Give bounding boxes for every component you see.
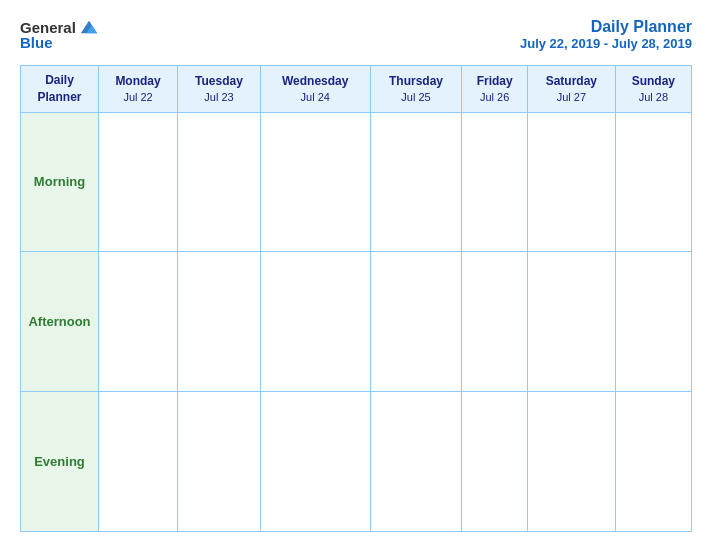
header-monday: Monday Jul 22 xyxy=(99,66,178,113)
cell-afternoon-tuesday[interactable] xyxy=(178,252,261,392)
table-header-row: Daily Planner Monday Jul 22 Tuesday Jul … xyxy=(21,66,692,113)
cell-afternoon-thursday[interactable] xyxy=(370,252,462,392)
row-label-morning: Morning xyxy=(21,112,99,252)
cell-morning-saturday[interactable] xyxy=(527,112,615,252)
header-wednesday: Wednesday Jul 24 xyxy=(260,66,370,113)
planner-table: Daily Planner Monday Jul 22 Tuesday Jul … xyxy=(20,65,692,532)
page: General Blue Daily Planner July 22, 2019… xyxy=(0,0,712,550)
header-thursday: Thursday Jul 25 xyxy=(370,66,462,113)
page-title: Daily Planner xyxy=(520,18,692,36)
logo-general-text: General xyxy=(20,19,76,36)
cell-morning-friday[interactable] xyxy=(462,112,528,252)
date-range: July 22, 2019 - July 28, 2019 xyxy=(520,36,692,51)
header-col-label2: Planner xyxy=(25,89,94,106)
cell-evening-wednesday[interactable] xyxy=(260,392,370,532)
header: General Blue Daily Planner July 22, 2019… xyxy=(20,18,692,51)
cell-evening-thursday[interactable] xyxy=(370,392,462,532)
cell-afternoon-friday[interactable] xyxy=(462,252,528,392)
cell-afternoon-sunday[interactable] xyxy=(615,252,691,392)
cell-morning-sunday[interactable] xyxy=(615,112,691,252)
header-label-col: Daily Planner xyxy=(21,66,99,113)
cell-evening-monday[interactable] xyxy=(99,392,178,532)
logo-blue-text: Blue xyxy=(20,34,53,51)
header-friday: Friday Jul 26 xyxy=(462,66,528,113)
logo-area: General Blue xyxy=(20,18,99,51)
table-row-evening: Evening xyxy=(21,392,692,532)
cell-morning-tuesday[interactable] xyxy=(178,112,261,252)
table-row-morning: Morning xyxy=(21,112,692,252)
header-tuesday: Tuesday Jul 23 xyxy=(178,66,261,113)
cell-evening-sunday[interactable] xyxy=(615,392,691,532)
cell-morning-monday[interactable] xyxy=(99,112,178,252)
cell-afternoon-saturday[interactable] xyxy=(527,252,615,392)
header-sunday: Sunday Jul 28 xyxy=(615,66,691,113)
title-area: Daily Planner July 22, 2019 - July 28, 2… xyxy=(520,18,692,51)
cell-afternoon-monday[interactable] xyxy=(99,252,178,392)
cell-evening-friday[interactable] xyxy=(462,392,528,532)
cell-afternoon-wednesday[interactable] xyxy=(260,252,370,392)
cell-morning-wednesday[interactable] xyxy=(260,112,370,252)
header-saturday: Saturday Jul 27 xyxy=(527,66,615,113)
cell-evening-saturday[interactable] xyxy=(527,392,615,532)
row-label-evening: Evening xyxy=(21,392,99,532)
logo-icon xyxy=(79,18,99,36)
header-col-label1: Daily xyxy=(25,72,94,89)
cell-morning-thursday[interactable] xyxy=(370,112,462,252)
table-row-afternoon: Afternoon xyxy=(21,252,692,392)
row-label-afternoon: Afternoon xyxy=(21,252,99,392)
cell-evening-tuesday[interactable] xyxy=(178,392,261,532)
